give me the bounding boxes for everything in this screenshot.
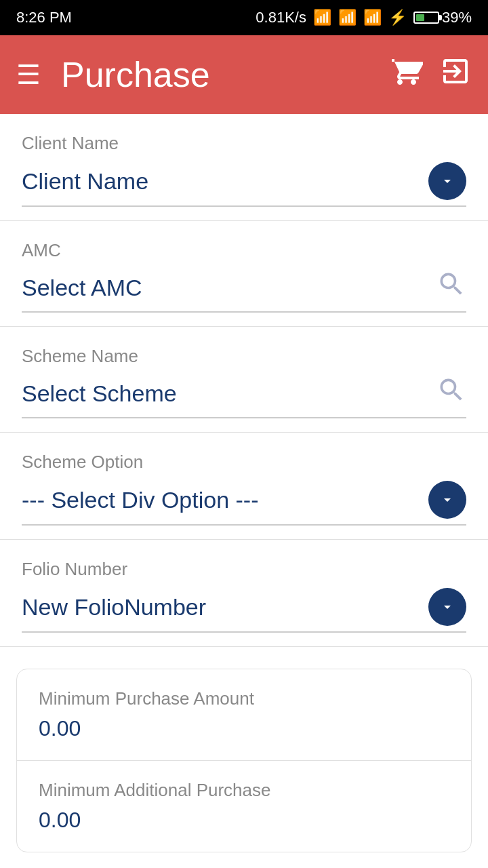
amc-section: AMC Select AMC: [0, 221, 488, 327]
cart-icon[interactable]: [390, 55, 423, 94]
folio-number-value: New FolioNumber: [22, 594, 206, 620]
scheme-option-label: Scheme Option: [22, 452, 466, 473]
wifi-icon: 📶: [313, 9, 331, 26]
app-bar-actions: [390, 55, 472, 94]
scheme-name-section: Scheme Name Select Scheme: [0, 327, 488, 433]
client-name-section: Client Name Client Name: [0, 114, 488, 221]
folio-number-label: Folio Number: [22, 559, 466, 580]
status-right: 0.81K/s 📶 📶 📶 ⚡ 39%: [256, 9, 472, 26]
info-card: Minimum Purchase Amount 0.00 Minimum Add…: [16, 669, 472, 852]
amc-label: AMC: [22, 240, 466, 261]
min-additional-value: 0.00: [39, 808, 449, 833]
amc-value: Select AMC: [22, 275, 142, 301]
battery-container: 39%: [413, 9, 472, 26]
battery-bar: [413, 12, 439, 24]
min-purchase-value: 0.00: [39, 716, 449, 741]
client-name-value: Client Name: [22, 168, 148, 195]
signal-icon-2: 📶: [363, 9, 382, 26]
folio-number-row[interactable]: New FolioNumber: [22, 588, 466, 633]
client-name-label: Client Name: [22, 133, 466, 154]
battery-percent: 39%: [442, 9, 472, 26]
signal-icon: 📶: [338, 9, 357, 26]
scheme-name-value: Select Scheme: [22, 380, 177, 407]
min-purchase-row: Minimum Purchase Amount 0.00: [17, 669, 471, 760]
min-additional-label: Minimum Additional Purchase: [39, 780, 449, 801]
folio-number-section: Folio Number New FolioNumber: [0, 540, 488, 647]
bolt-icon: ⚡: [388, 9, 407, 26]
page-title: Purchase: [61, 54, 390, 95]
status-time: 8:26 PM: [16, 9, 72, 26]
client-name-row[interactable]: Client Name: [22, 162, 466, 207]
form-content: Client Name Client Name AMC Select AMC S…: [0, 114, 488, 868]
min-additional-row: Minimum Additional Purchase 0.00: [17, 760, 471, 852]
scheme-option-section: Scheme Option --- Select Div Option ---: [0, 433, 488, 540]
scheme-option-row[interactable]: --- Select Div Option ---: [22, 481, 466, 526]
scheme-option-value: --- Select Div Option ---: [22, 487, 259, 513]
client-name-dropdown-icon[interactable]: [428, 162, 466, 200]
scheme-name-row[interactable]: Select Scheme: [22, 375, 466, 418]
menu-icon[interactable]: ☰: [16, 61, 41, 88]
logout-icon[interactable]: [439, 55, 472, 94]
amc-row[interactable]: Select AMC: [22, 269, 466, 313]
battery-fill: [416, 14, 424, 21]
scheme-name-label: Scheme Name: [22, 346, 466, 367]
status-bar: 8:26 PM 0.81K/s 📶 📶 📶 ⚡ 39%: [0, 0, 488, 35]
network-speed: 0.81K/s: [256, 9, 306, 26]
folio-number-dropdown-icon[interactable]: [428, 588, 466, 626]
app-bar: ☰ Purchase: [0, 35, 488, 114]
scheme-option-dropdown-icon[interactable]: [428, 481, 466, 519]
min-purchase-label: Minimum Purchase Amount: [39, 688, 449, 709]
scheme-search-icon[interactable]: [436, 375, 466, 412]
amc-search-icon[interactable]: [436, 269, 466, 306]
